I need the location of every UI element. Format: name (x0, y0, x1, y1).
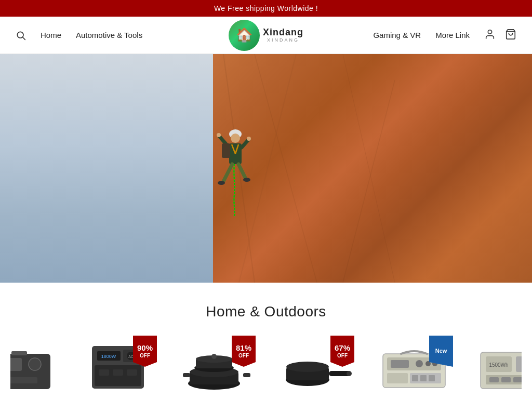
svg-rect-63 (429, 375, 435, 381)
svg-text:AC: AC (128, 355, 134, 358)
logo-image (229, 20, 260, 51)
svg-line-19 (238, 164, 246, 179)
svg-line-18 (223, 164, 232, 182)
svg-rect-55 (391, 360, 409, 368)
svg-rect-72 (513, 377, 522, 382)
brand-name: Xindang (263, 28, 303, 38)
power-station-1-icon (10, 349, 53, 393)
search-icon (16, 30, 26, 41)
announcement-bar: We Free shipping Worldwide ! (0, 0, 532, 17)
discount-badge: 90% OFF (133, 336, 157, 367)
svg-rect-59 (387, 373, 408, 383)
account-button[interactable] (484, 29, 496, 42)
svg-text:1800W: 1800W (101, 354, 116, 359)
svg-point-25 (29, 358, 41, 370)
svg-point-21 (243, 178, 250, 182)
svg-rect-27 (11, 351, 27, 355)
svg-point-16 (217, 133, 221, 137)
product-card[interactable]: 67% OFF (266, 336, 365, 393)
climber-svg (214, 123, 255, 216)
nav-gaming[interactable]: Gaming & VR (373, 31, 421, 39)
new-badge: New (429, 336, 453, 367)
nav-left: Home Automotive & Tools (16, 30, 142, 41)
product-card[interactable]: New (365, 336, 463, 393)
svg-point-17 (247, 137, 251, 141)
product-card[interactable] (10, 336, 69, 393)
product-card[interactable]: 57% OFF 1500Wh (463, 336, 522, 393)
svg-rect-37 (113, 369, 123, 376)
nav-icons (484, 29, 516, 42)
announcement-text: We Free shipping Worldwide ! (214, 4, 318, 12)
svg-rect-67 (516, 356, 522, 372)
svg-point-45 (211, 354, 217, 359)
logo-text: Xindang XINDANG (263, 28, 303, 43)
product-card[interactable]: 81% OFF (167, 336, 266, 393)
svg-rect-62 (420, 375, 427, 381)
discount-badge: 67% OFF (330, 336, 354, 367)
svg-rect-26 (10, 377, 37, 383)
svg-line-7 (343, 54, 395, 283)
header: Home Automotive & Tools Xindang XINDANG … (0, 17, 532, 54)
rock-texture (213, 54, 532, 283)
search-button[interactable] (16, 30, 26, 41)
nav-automotive[interactable]: Automotive & Tools (76, 31, 142, 39)
svg-point-50 (286, 362, 329, 372)
account-icon (484, 29, 496, 40)
climber-figure (214, 123, 255, 218)
svg-rect-46 (183, 373, 190, 377)
svg-line-8 (343, 80, 395, 283)
product-card[interactable]: 90% OFF 1800W AC (69, 336, 167, 393)
svg-point-10 (231, 134, 240, 143)
cart-icon (505, 29, 516, 40)
svg-rect-22 (222, 143, 230, 158)
hero-section (0, 54, 532, 283)
products-grid: 90% OFF 1800W AC (10, 336, 522, 393)
brand-sub: XINDANG (267, 37, 299, 43)
svg-rect-38 (127, 369, 137, 376)
svg-rect-70 (489, 377, 499, 382)
power-station-3-icon: 1500Wh (476, 346, 522, 393)
products-title: Home & Outdoors (10, 303, 522, 320)
nav-home[interactable]: Home (41, 31, 61, 39)
nav-more[interactable]: More Link (435, 31, 470, 39)
discount-badge: 81% OFF (232, 336, 256, 367)
logo[interactable]: Xindang XINDANG (229, 20, 303, 51)
svg-point-20 (218, 181, 225, 185)
svg-rect-61 (412, 375, 418, 381)
svg-rect-36 (99, 369, 109, 376)
svg-point-52 (347, 371, 352, 376)
products-section: Home & Outdoors 90% OFF (0, 283, 532, 399)
cart-button[interactable] (505, 29, 516, 42)
svg-line-1 (23, 37, 25, 39)
svg-rect-71 (501, 377, 511, 382)
svg-rect-24 (10, 358, 22, 371)
svg-line-5 (255, 54, 317, 283)
hero-rock (213, 54, 532, 283)
svg-point-2 (488, 30, 491, 34)
svg-text:1500Wh: 1500Wh (489, 362, 508, 368)
nav-right: Gaming & VR More Link (373, 29, 516, 42)
svg-rect-47 (243, 373, 250, 377)
svg-point-56 (416, 360, 423, 367)
